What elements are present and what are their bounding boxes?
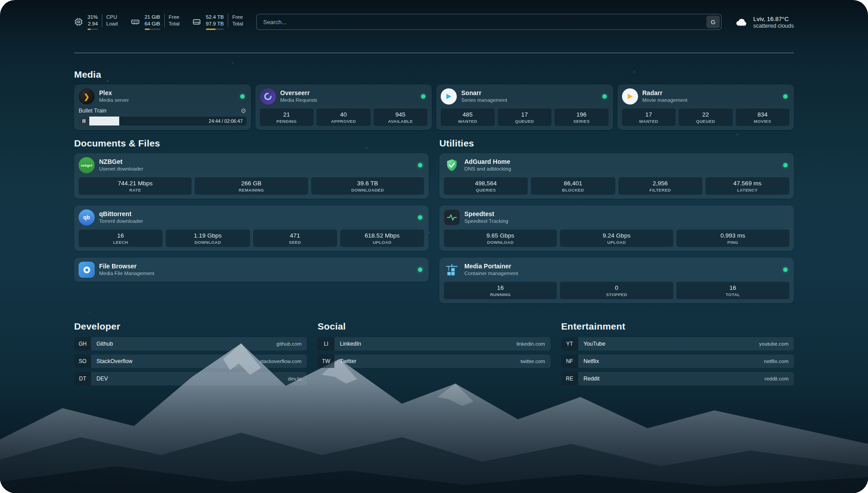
status-dot [418,215,422,220]
cpu-usage-bar [88,29,98,30]
stat-value: 1.19 Gbps [167,232,249,239]
bookmark-abbr: GH [74,337,91,351]
memory-label-bottom: Total [164,21,179,27]
adguard-shield-icon [444,157,460,173]
bookmark-name: YouTube [578,341,605,347]
bookmark-youtube[interactable]: YT YouTube youtube.com [561,337,794,351]
service-description: Usenet downloader [99,166,143,172]
bookmark-twitter[interactable]: TW Twitter twitter.com [317,355,550,368]
stat-value: 196 [555,111,608,118]
stat-block: 0 STOPPED [560,282,673,299]
stat-value: 471 [254,232,336,239]
gear-icon[interactable]: ⚙ [241,108,246,114]
bookmark-linkedin[interactable]: LI LinkedIn linkedin.com [317,337,550,351]
stat-value: 2,956 [619,180,701,187]
service-description: DNS and adblocking [464,166,511,172]
weather-location: Lviv, 16.87°C [753,15,794,23]
service-link-sonarr[interactable]: Sonarr Series management [441,88,609,104]
stat-value: 21 [261,111,313,118]
service-description: Torrent downloader [99,218,143,224]
status-dot [783,267,788,272]
bookmark-name: DEV [91,376,108,382]
bookmark-github[interactable]: GH Github github.com [74,337,307,351]
dashboard-frame: 31% CPU 2.94 Load 21 [0,0,868,493]
bookmark-domain: stackoverflow.com [259,359,307,364]
stat-label: QUEUED [499,119,551,124]
nzbget-icon: nzbget [79,157,95,173]
bookmark-domain: twitter.com [521,359,551,364]
bookmark-name: Twitter [334,358,356,364]
stat-value: 9.24 Gbps [561,232,672,239]
weather-condition: scattered clouds [753,23,794,29]
service-link-plex[interactable]: ❯ Plex Media server [79,88,246,104]
bookmark-netflix[interactable]: NF Netflix netflix.com [561,355,794,368]
section-documents: Documents & Files nzbget NZBGet Usenet d… [74,138,429,303]
stat-label: STOPPED [561,292,672,297]
qbittorrent-icon: qb [79,209,95,226]
stat-value: 0 [561,284,672,291]
service-link-nzbget[interactable]: nzbget NZBGet Usenet downloader [79,157,424,173]
cpu-label-bottom: Load [102,21,118,27]
stat-value: 17 [623,111,675,118]
service-link-qbittorrent[interactable]: qb qBittorrent Torrent downloader [79,209,424,226]
service-link-portainer[interactable]: Media Portainer Container management [444,262,789,278]
radarr-icon [622,88,638,104]
progress-fill [89,117,119,125]
stat-label: AVAILABLE [375,119,427,124]
stat-block: 196 SERIES [555,109,609,126]
cpu-widget: 31% CPU 2.94 Load [74,14,118,30]
stat-value: 485 [442,111,494,118]
stat-value: 22 [680,111,732,118]
service-link-filebrowser[interactable]: File Browser Media File Management [79,262,424,278]
bookmark-abbr: TW [317,355,334,368]
status-dot [418,163,422,167]
stat-value: 498,564 [445,180,527,187]
stat-label: LEECH [79,240,162,245]
service-link-overseerr[interactable]: Overseerr Media Requests [260,88,428,104]
search-provider-button[interactable]: G [706,16,720,28]
stat-label: PENDING [261,119,313,124]
portainer-crane-icon [444,262,460,278]
service-name: Sonarr [461,89,507,96]
service-link-speedtest[interactable]: Speedtest Speedtest Tracking [444,209,789,226]
service-link-radarr[interactable]: Radarr Movie management [622,88,790,104]
stat-block: 945 AVAILABLE [374,109,428,126]
stat-value: 17 [499,111,551,118]
stat-value: 9.65 Gbps [445,232,556,239]
pause-button[interactable] [79,117,89,125]
dashboard-content: 31% CPU 2.94 Load 21 [0,0,868,493]
bookmark-group-social: Social LI LinkedIn linkedin.com TW Twitt… [317,321,550,385]
stat-label: QUERIES [445,188,527,192]
stat-block: 17 WANTED [622,109,676,126]
service-name: Radarr [643,89,688,96]
service-link-adguard[interactable]: AdGuard Home DNS and adblocking [444,157,789,173]
stat-value: 266 GB [196,180,307,187]
service-description: Series management [461,97,507,103]
bookmark-stackoverflow[interactable]: SO StackOverflow stackoverflow.com [74,355,307,368]
plex-icon: ❯ [79,88,95,104]
bookmark-group-title: Developer [74,321,307,332]
service-description: Media Requests [280,97,317,103]
progress-track[interactable]: 24:44 / 02:06:47 [89,117,246,125]
search-bar: G [256,14,722,30]
bookmark-dev[interactable]: DT DEV dev.to [74,372,307,385]
service-stats: 17 WANTED 22 QUEUED 834 MOVIES [622,104,790,126]
bookmark-name: Netflix [578,358,599,364]
bookmark-reddit[interactable]: RE Reddit reddit.com [561,372,794,385]
service-description: Media File Management [99,271,154,276]
service-card-speedtest: Speedtest Speedtest Tracking 9.65 Gbps D… [439,205,794,251]
service-description: Movie management [643,97,688,103]
stat-label: DOWNLOAD [167,240,249,245]
section-title-media: Media [74,69,794,80]
service-stats: 16 LEECH 1.19 Gbps DOWNLOAD 471 SEED [79,226,424,247]
stat-label: LATENCY [706,188,789,192]
disk-widget: 52.4 TB Free 97.9 TB Total [192,14,243,30]
bookmark-abbr: LI [317,337,334,351]
stat-block: 618.52 Mbps UPLOAD [340,230,424,247]
stat-block: 39.6 TB DOWNLOADED [311,177,424,195]
memory-label-top: Free [164,14,179,21]
service-card-nzbget: nzbget NZBGet Usenet downloader 744.21 M… [74,153,429,199]
service-name: NZBGet [99,158,143,165]
search-input[interactable] [257,19,705,25]
memory-widget: 21 GiB Free 64 GiB Total [130,14,179,30]
